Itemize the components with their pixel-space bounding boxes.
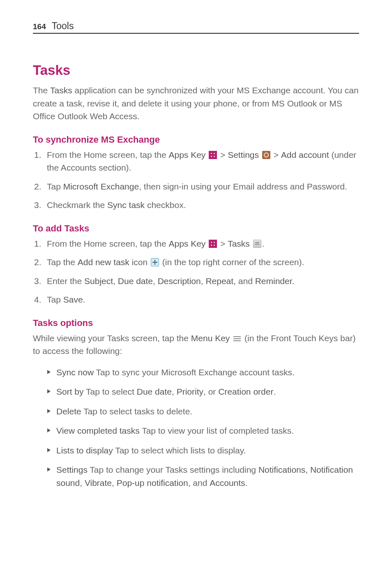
- bold-text: Due date: [118, 276, 153, 286]
- options-intro: While viewing your Tasks screen, tap the…: [33, 332, 359, 358]
- heading-options: Tasks options: [33, 318, 359, 328]
- options-list: Sync now Tap to sync your Microsoft Exch…: [47, 366, 359, 490]
- text: checkbox.: [145, 200, 186, 210]
- list-item: 2. Tap Microsoft Exchange, then sign-in …: [33, 180, 359, 193]
- steps-list: 1. From the Home screen, tap the Apps Ke…: [33, 148, 359, 212]
- triangle-bullet-icon: [47, 370, 51, 374]
- text: application can be synchronized with you…: [33, 86, 359, 121]
- bold-text: Reminder.: [255, 276, 295, 286]
- text: >: [218, 150, 228, 159]
- page-header: 164 Tools: [33, 21, 359, 34]
- text: From the Home screen, tap the: [47, 150, 168, 159]
- tasks-icon: [253, 240, 261, 248]
- bold-text: Microsoft Exchange: [63, 182, 139, 191]
- text: ,: [305, 465, 310, 474]
- text: Tap: [47, 295, 63, 304]
- step-number: 1.: [34, 148, 42, 162]
- text: ,: [172, 387, 177, 396]
- triangle-bullet-icon: [47, 389, 51, 393]
- bold-text: View completed tasks: [56, 426, 140, 435]
- text: Tap to change your Tasks settings includ…: [88, 465, 258, 474]
- text: .: [245, 478, 248, 488]
- list-item: 3. Checkmark the Sync task checkbox.: [33, 199, 359, 212]
- list-item: Sort by Tap to select Due date, Priority…: [47, 385, 359, 398]
- bold-text: Add account: [281, 150, 329, 159]
- text: Tap the: [47, 257, 78, 267]
- list-item: Delete Tap to select tasks to delete.: [47, 405, 359, 418]
- text: ,: [201, 276, 206, 286]
- step-number: 2.: [34, 256, 42, 269]
- text: >: [218, 239, 228, 248]
- bold-text: Sync now: [56, 368, 94, 377]
- text: Tap to sync your Microsoft Exchange acco…: [94, 368, 295, 377]
- bold-text: Sort by: [56, 387, 84, 396]
- bold-text: Accounts: [210, 478, 245, 488]
- bold-text: Creation order: [218, 387, 273, 396]
- apps-key-icon: [209, 151, 217, 159]
- text: and: [236, 276, 255, 286]
- apps-key-icon: [209, 240, 217, 248]
- text: .: [83, 295, 85, 304]
- list-item: View completed tasks Tap to view your li…: [47, 424, 359, 437]
- heading-sync: To synchronize MS Exchange: [33, 134, 359, 145]
- text: ,: [80, 478, 85, 488]
- bold-text: Priority: [177, 387, 203, 396]
- step-number: 4.: [34, 293, 42, 306]
- list-item: Sync now Tap to sync your Microsoft Exch…: [47, 366, 359, 379]
- text: Tap to select which lists to display.: [113, 446, 246, 455]
- bold-text: Settings: [228, 150, 259, 159]
- step-number: 3.: [34, 275, 42, 288]
- steps-list: 1. From the Home screen, tap the Apps Ke…: [33, 237, 359, 306]
- bold-text: Lists to display: [56, 446, 113, 455]
- text: ,: [112, 478, 117, 488]
- bold-text: Pop-up notification: [117, 478, 188, 488]
- bold-text: Delete: [56, 407, 81, 416]
- triangle-bullet-icon: [47, 409, 51, 413]
- list-item: Lists to display Tap to select which lis…: [47, 444, 359, 457]
- bold-text: Apps Key: [168, 150, 205, 159]
- plus-icon: [151, 258, 159, 266]
- intro-paragraph: The Tasks application can be synchronize…: [33, 84, 359, 123]
- bold-text: Save: [63, 295, 83, 304]
- triangle-bullet-icon: [47, 428, 51, 432]
- text: , and: [188, 478, 210, 488]
- text: Tap: [47, 182, 63, 191]
- text: (in the top right corner of the screen).: [160, 257, 304, 267]
- text: ,: [153, 276, 158, 286]
- text: The: [33, 86, 50, 95]
- bold-text: Repeat,: [205, 276, 236, 286]
- text: Tap to view your list of completed tasks…: [140, 426, 294, 435]
- bold-text: Notifications: [258, 465, 305, 474]
- text: While viewing your Tasks screen, tap the: [33, 333, 191, 343]
- list-item: 1. From the Home screen, tap the Apps Ke…: [33, 237, 359, 250]
- text: >: [271, 150, 281, 159]
- text: Tap to select tasks to delete.: [81, 407, 192, 416]
- list-item: 3. Enter the Subject, Due date, Descript…: [33, 275, 359, 288]
- text: Checkmark the: [47, 200, 107, 210]
- bold-text: Vibrate: [85, 478, 112, 488]
- bold-text: Sync task: [107, 200, 145, 210]
- list-item: 4. Tap Save.: [33, 293, 359, 306]
- menu-key-icon: [233, 336, 241, 342]
- page-number: 164: [33, 22, 46, 31]
- triangle-bullet-icon: [47, 448, 51, 452]
- step-number: 3.: [34, 199, 42, 212]
- bold-text: Subject: [84, 276, 113, 286]
- text: From the Home screen, tap the: [47, 239, 168, 248]
- bold-text: Tasks: [228, 239, 250, 248]
- text: , or: [203, 387, 218, 396]
- text: .: [262, 239, 265, 248]
- bold-text: Menu Key: [191, 333, 230, 343]
- text: icon: [129, 257, 150, 267]
- triangle-bullet-icon: [47, 467, 51, 472]
- bold-text: Add new task: [78, 257, 129, 267]
- text: ,: [113, 276, 118, 286]
- text: Tap to select: [84, 387, 137, 396]
- settings-icon: [262, 151, 270, 159]
- bold-text: Settings: [56, 465, 88, 474]
- step-number: 1.: [34, 237, 42, 250]
- text: .: [273, 387, 276, 396]
- bold-text: Tasks: [50, 86, 72, 95]
- heading-add: To add Tasks: [33, 223, 359, 234]
- page-title: Tasks: [33, 62, 359, 78]
